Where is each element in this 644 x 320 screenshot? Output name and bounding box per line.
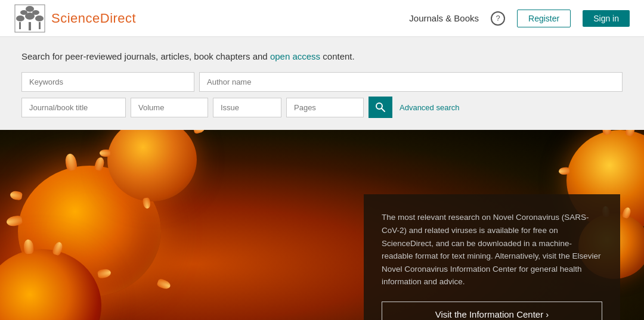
svg-rect-8 bbox=[19, 22, 21, 29]
register-button[interactable]: Register bbox=[517, 10, 571, 27]
svg-point-6 bbox=[35, 15, 44, 21]
signin-button[interactable]: Sign in bbox=[583, 10, 630, 27]
hero-section: The most relevant research on Novel Coro… bbox=[0, 130, 644, 320]
nav-area: Journals & Books ? Register Sign in bbox=[409, 10, 630, 27]
search-area: Search for peer-reviewed journals, artic… bbox=[0, 37, 644, 130]
description-suffix: content. bbox=[320, 51, 355, 61]
search-row1 bbox=[21, 72, 623, 92]
elsevier-logo-icon bbox=[14, 4, 45, 33]
author-name-input[interactable] bbox=[199, 72, 623, 92]
search-icon bbox=[375, 102, 386, 113]
info-text: The most relevant research on Novel Coro… bbox=[382, 211, 602, 288]
keywords-input[interactable] bbox=[21, 72, 194, 92]
logo-area: ScienceDirect bbox=[14, 4, 136, 33]
search-row2: Advanced search bbox=[21, 97, 623, 118]
svg-point-1 bbox=[26, 6, 34, 12]
advanced-search-link[interactable]: Advanced search bbox=[400, 103, 459, 112]
help-button[interactable]: ? bbox=[491, 11, 505, 26]
search-description: Search for peer-reviewed journals, artic… bbox=[21, 51, 623, 61]
issue-input[interactable] bbox=[213, 98, 281, 117]
volume-input[interactable] bbox=[131, 98, 208, 117]
visit-information-center-button[interactable]: Visit the Information Center › bbox=[382, 302, 602, 320]
journal-book-title-input[interactable] bbox=[21, 98, 126, 117]
journals-books-link[interactable]: Journals & Books bbox=[409, 13, 479, 23]
search-button[interactable] bbox=[369, 97, 392, 118]
svg-point-5 bbox=[25, 13, 35, 20]
info-box: The most relevant research on Novel Coro… bbox=[364, 194, 620, 320]
svg-rect-9 bbox=[39, 22, 41, 29]
logo-text[interactable]: ScienceDirect bbox=[51, 11, 136, 26]
header: ScienceDirect Journals & Books ? Registe… bbox=[0, 0, 644, 37]
open-access-link[interactable]: open access bbox=[270, 51, 320, 61]
svg-rect-7 bbox=[29, 22, 31, 30]
svg-line-11 bbox=[382, 108, 385, 111]
svg-point-4 bbox=[16, 15, 24, 21]
pages-input[interactable] bbox=[286, 98, 364, 117]
description-prefix: Search for peer-reviewed journals, artic… bbox=[21, 51, 270, 61]
